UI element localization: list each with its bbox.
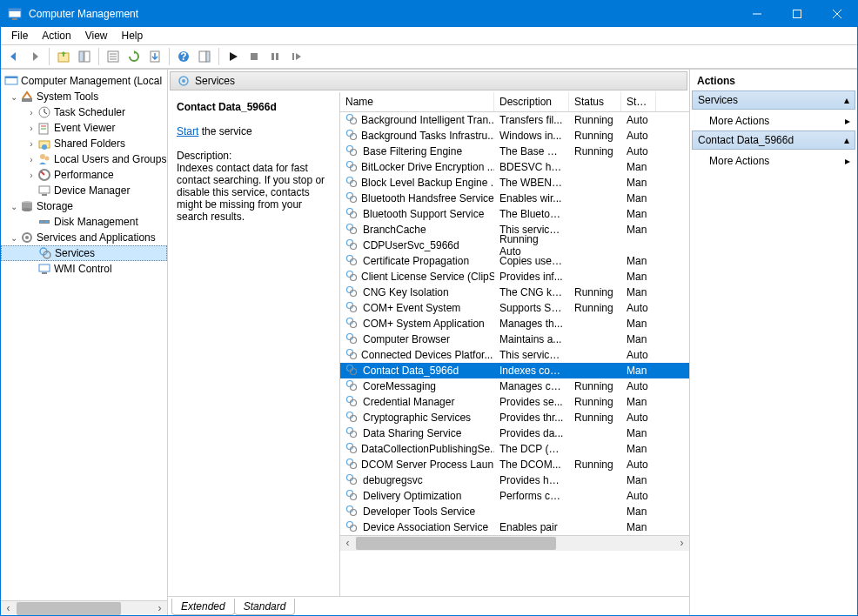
- tree-diskmgmt[interactable]: Disk Management: [1, 214, 167, 230]
- tree-root[interactable]: Computer Management (Local: [1, 73, 167, 89]
- service-row[interactable]: Data Sharing ServiceProvides da...Man: [340, 425, 689, 441]
- services-header: Services: [170, 71, 687, 90]
- service-row[interactable]: DataCollectionPublishingSe...The DCP (D.…: [340, 441, 689, 457]
- actions-more-1[interactable]: More Actions▸: [692, 111, 855, 131]
- tree-svcapps[interactable]: ⌄Services and Applications: [1, 230, 167, 245]
- tree-label: Task Scheduler: [54, 106, 125, 118]
- pause-service-button[interactable]: [265, 47, 285, 66]
- tree-localusers[interactable]: ›Local Users and Groups: [1, 151, 167, 167]
- svg-point-100: [351, 479, 357, 485]
- col-description[interactable]: Description: [494, 92, 569, 111]
- service-row[interactable]: Computer BrowserMaintains a...Man: [340, 331, 689, 347]
- service-name: Certificate Propagation: [363, 255, 469, 267]
- svg-point-68: [351, 228, 357, 234]
- gear-icon: [345, 160, 358, 174]
- service-row[interactable]: Client License Service (ClipS...Provides…: [340, 269, 689, 285]
- service-row[interactable]: BitLocker Drive Encryption ...BDESVC hos…: [340, 159, 689, 175]
- gear-icon: [345, 458, 358, 472]
- tree-wmi[interactable]: WMI Control: [1, 261, 167, 277]
- service-name: CoreMessaging: [363, 380, 436, 392]
- service-row[interactable]: Credential ManagerProvides se...RunningM…: [340, 394, 689, 410]
- svg-point-91: [347, 412, 353, 418]
- nav-forward-button[interactable]: [25, 47, 44, 66]
- service-row[interactable]: Developer Tools ServiceMan: [340, 504, 689, 519]
- service-row[interactable]: COM+ System ApplicationManages th...Man: [340, 316, 689, 331]
- service-row[interactable]: Certificate PropagationCopies user ...Ma…: [340, 253, 689, 269]
- service-row[interactable]: Contact Data_5966dIndexes con...Man: [340, 363, 689, 378]
- tab-extended[interactable]: Extended: [171, 599, 235, 615]
- service-name: Delivery Optimization: [363, 490, 461, 502]
- menu-help[interactable]: Help: [115, 28, 151, 44]
- service-row[interactable]: Base Filtering EngineThe Base Fil...Runn…: [340, 144, 689, 159]
- col-name[interactable]: Name: [340, 92, 494, 111]
- service-start: Man: [621, 224, 656, 236]
- tree-storage[interactable]: ⌄Storage: [1, 198, 167, 214]
- service-row[interactable]: Block Level Backup Engine ...The WBENG..…: [340, 175, 689, 191]
- service-row[interactable]: CNG Key IsolationThe CNG ke...RunningMan: [340, 285, 689, 300]
- service-row[interactable]: Bluetooth Handsfree ServiceEnables wir..…: [340, 191, 689, 206]
- menu-view[interactable]: View: [78, 28, 115, 44]
- service-row[interactable]: Bluetooth Support ServiceThe Bluetoo...M…: [340, 206, 689, 222]
- service-desc: The CNG ke...: [494, 286, 569, 298]
- svg-point-86: [351, 369, 357, 375]
- tree-hscroll[interactable]: ‹›: [1, 600, 167, 615]
- service-row[interactable]: Device Association ServiceEnables pairMa…: [340, 519, 689, 535]
- tree-eventvwr[interactable]: ›Event Viewer: [1, 120, 167, 136]
- tree-services[interactable]: Services: [1, 245, 167, 261]
- service-row[interactable]: Connected Devices Platfor...This service…: [340, 347, 689, 363]
- refresh-button[interactable]: [124, 47, 144, 66]
- service-row[interactable]: Background Tasks Infrastru...Windows in.…: [340, 128, 689, 144]
- service-row[interactable]: debugregsvcProvides hel...Man: [340, 472, 689, 488]
- menu-file[interactable]: File: [4, 28, 35, 44]
- service-row[interactable]: COM+ Event SystemSupports Sy...RunningAu…: [340, 300, 689, 316]
- list-hscroll[interactable]: ‹›: [340, 535, 689, 550]
- stop-service-button[interactable]: [245, 47, 264, 66]
- service-name: DCOM Server Process Laun...: [361, 459, 494, 471]
- actions-group-label: Services: [698, 94, 738, 106]
- close-button[interactable]: [817, 1, 857, 27]
- action-pane-button[interactable]: [195, 47, 214, 66]
- col-startup[interactable]: Start ˄: [621, 92, 656, 111]
- tree-devmgr[interactable]: Device Manager: [1, 183, 167, 198]
- service-row[interactable]: Cryptographic ServicesProvides thr...Run…: [340, 410, 689, 425]
- service-row[interactable]: Background Intelligent Tran...Transfers …: [340, 112, 689, 128]
- tree-tasksched[interactable]: ›Task Scheduler: [1, 104, 167, 120]
- description-label: Description:: [177, 150, 331, 162]
- actions-more-2[interactable]: More Actions▸: [692, 151, 855, 171]
- restart-service-button[interactable]: [286, 47, 305, 66]
- menu-action[interactable]: Action: [35, 28, 77, 44]
- svg-rect-44: [44, 221, 49, 223]
- svg-point-82: [351, 338, 357, 344]
- tree-systools[interactable]: ⌄System Tools: [1, 89, 167, 104]
- maximize-button[interactable]: [777, 1, 817, 27]
- actions-group-selected[interactable]: Contact Data_5966d▴: [692, 131, 855, 150]
- col-status[interactable]: Status: [569, 92, 621, 111]
- actions-group-services[interactable]: Services▴: [692, 90, 855, 110]
- service-name: COM+ Event System: [363, 302, 460, 314]
- svg-point-53: [347, 115, 353, 121]
- service-row[interactable]: CoreMessagingManages co...RunningAuto: [340, 378, 689, 394]
- up-button[interactable]: [54, 47, 73, 66]
- start-service-button[interactable]: [224, 47, 243, 66]
- service-start: Auto: [621, 412, 656, 424]
- help-button[interactable]: ?: [174, 47, 193, 66]
- properties-button[interactable]: [104, 47, 123, 66]
- service-status: Running: [569, 286, 621, 298]
- service-start: Man: [621, 521, 656, 533]
- tree-shared[interactable]: ›Shared Folders: [1, 136, 167, 151]
- toolbar: ?: [1, 44, 857, 69]
- export-button[interactable]: [145, 47, 164, 66]
- tree-perf[interactable]: ›Performance: [1, 167, 167, 183]
- minimize-button[interactable]: [737, 1, 777, 27]
- gear-icon: [345, 364, 359, 378]
- service-row[interactable]: CDPUserSvc_5966dRunningAuto: [340, 238, 689, 253]
- start-link[interactable]: Start: [177, 125, 198, 137]
- service-row[interactable]: DCOM Server Process Laun...The DCOM...Ru…: [340, 457, 689, 472]
- service-row[interactable]: Delivery OptimizationPerforms co...Auto: [340, 488, 689, 504]
- service-start: Auto: [621, 130, 656, 142]
- service-start: Man: [621, 177, 656, 189]
- show-hide-tree-button[interactable]: [75, 47, 94, 66]
- tab-standard[interactable]: Standard: [234, 599, 296, 615]
- service-desc: The WBENG...: [494, 177, 569, 189]
- nav-back-button[interactable]: [4, 47, 23, 66]
